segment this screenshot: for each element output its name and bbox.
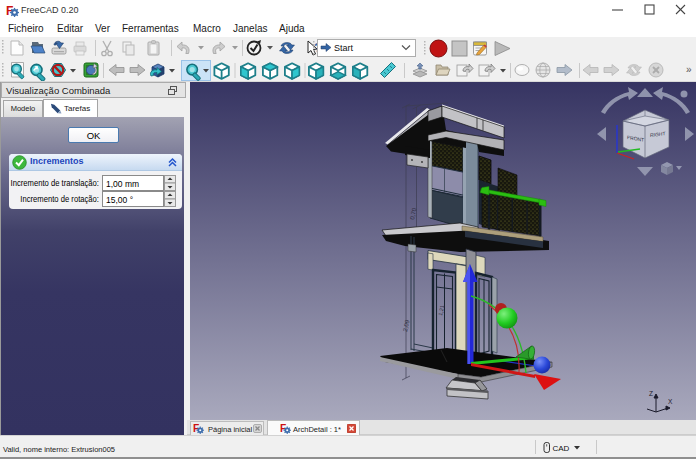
svg-text:X: X [668,398,673,405]
svg-text:Start: Start [334,43,354,53]
svg-text:Z: Z [649,390,653,397]
svg-text:»: » [686,64,692,75]
svg-text:CAD: CAD [553,444,570,453]
